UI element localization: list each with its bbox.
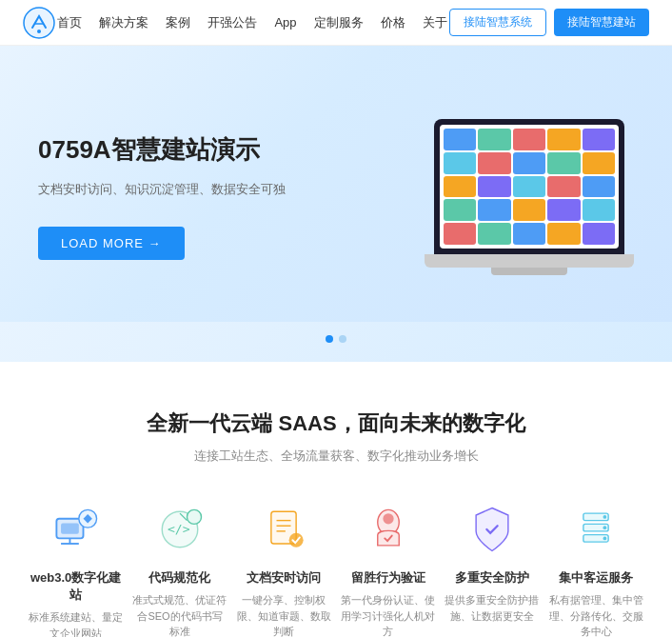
app-icon: [444, 129, 476, 150]
app-icon: [513, 199, 545, 221]
svg-point-18: [383, 513, 393, 524]
svg-rect-4: [61, 523, 79, 533]
app-icon: [478, 176, 510, 198]
app-icon: [547, 152, 580, 174]
feature-name-verify: 留胜行为验证: [351, 569, 425, 587]
app-icon: [444, 176, 476, 198]
logo[interactable]: [23, 7, 55, 39]
load-more-button[interactable]: LOAD MORE →: [38, 227, 185, 260]
verify-icon: [360, 501, 417, 558]
hero-dots: [0, 322, 672, 362]
app-icon: [583, 129, 615, 150]
laptop-screen: [434, 119, 624, 254]
app-icon: [513, 129, 545, 150]
feature-icon-web3: [46, 499, 107, 560]
svg-point-10: [187, 509, 201, 524]
navbar: 首页 解决方案 案例 开强公告 App 定制服务 价格 关于 接陆智慧系统 接陆…: [0, 0, 672, 46]
feature-desc-code: 准式式规范、优证符合SEO的代码书写标准: [132, 592, 227, 637]
app-icon: [583, 223, 615, 245]
hero-text: 0759A智慧建站演示 文档安时访问、知识沉淀管理、数据安全可独 LOAD MO…: [38, 134, 286, 260]
web3-icon: [48, 501, 105, 558]
laptop-stand: [491, 268, 567, 275]
app-icon: [478, 152, 510, 174]
code-icon: </>: [151, 501, 208, 558]
app-icon: [513, 223, 545, 245]
feature-desc-web3: 标准系统建站、量定文企业网站: [29, 609, 123, 637]
laptop-inner: [440, 125, 619, 249]
feature-web3: web3.0数字化建站 标准系统建站、量定文企业网站: [29, 499, 123, 637]
nav-buttons: 接陆智慧系统 接陆智慧建站: [449, 9, 649, 36]
app-icon: [478, 199, 510, 221]
system-btn[interactable]: 接陆智慧系统: [449, 9, 546, 36]
app-icon: [583, 152, 615, 174]
feature-name-code: 代码规范化: [148, 569, 210, 587]
feature-icon-service: [565, 499, 626, 560]
feature-icon-docs: [253, 499, 314, 560]
feature-desc-service: 私有据管理、集中管理、分路传化、交服务中心: [549, 592, 643, 637]
feature-desc-security: 提供多重安全防护措施、让数据更安全: [445, 592, 539, 624]
nav-price[interactable]: 价格: [381, 14, 405, 31]
logo-icon: [23, 7, 55, 39]
nav-app[interactable]: App: [274, 15, 296, 30]
dot-2[interactable]: [339, 335, 346, 343]
app-icon: [444, 152, 476, 174]
feature-name-service: 集中客运服务: [559, 569, 633, 587]
app-icon: [547, 223, 580, 245]
nav-home[interactable]: 首页: [57, 14, 82, 31]
svg-point-16: [289, 533, 304, 547]
app-icon: [478, 129, 510, 150]
hero-image: [425, 119, 634, 275]
svg-point-22: [603, 515, 607, 519]
app-icon: [547, 199, 580, 221]
feature-icon-security: [462, 499, 523, 560]
feature-code: </> 代码规范化 准式式规范、优证符合SEO的代码书写标准: [132, 499, 227, 637]
nav-about[interactable]: 关于: [423, 14, 447, 31]
app-icon: [513, 176, 545, 198]
saas-subtitle: 连接工站生态、全场流量获客、数字化推动业务增长: [29, 448, 643, 465]
hero-subtitle: 文档安时访问、知识沉淀管理、数据安全可独: [38, 180, 286, 200]
saas-title: 全新一代云端 SAAS，面向未来的数字化: [29, 409, 643, 438]
nav-links: 首页 解决方案 案例 开强公告 App 定制服务 价格 关于: [57, 14, 446, 31]
app-icon: [444, 199, 476, 221]
security-icon: [464, 501, 521, 558]
nav-custom[interactable]: 定制服务: [314, 14, 364, 31]
app-icon: [583, 199, 615, 221]
nav-announcement[interactable]: 开强公告: [208, 14, 257, 31]
app-icon: [583, 176, 615, 198]
app-icon: [444, 223, 476, 245]
hero-section: 0759A智慧建站演示 文档安时访问、知识沉淀管理、数据安全可独 LOAD MO…: [0, 46, 672, 322]
app-icon: [478, 223, 510, 245]
nav-solutions[interactable]: 解决方案: [99, 14, 148, 31]
feature-desc-verify: 第一代身份认证、使用学习计强化人机对方: [341, 592, 435, 637]
feature-desc-docs: 一键分享、控制权限、知道审题、数取判断: [237, 592, 331, 637]
saas-section: 全新一代云端 SAAS，面向未来的数字化 连接工站生态、全场流量获客、数字化推动…: [0, 362, 672, 637]
feature-name-web3: web3.0数字化建站: [29, 569, 123, 604]
docs-icon: [255, 501, 312, 558]
app-icon: [547, 176, 580, 198]
app-icon: [513, 152, 545, 174]
svg-text:</>: </>: [168, 522, 190, 536]
hero-title: 0759A智慧建站演示: [38, 134, 286, 167]
dot-1[interactable]: [326, 335, 333, 343]
features-grid: web3.0数字化建站 标准系统建站、量定文企业网站 </> 代码规范化 准式式…: [29, 499, 643, 637]
feature-verify: 留胜行为验证 第一代身份认证、使用学习计强化人机对方: [341, 499, 435, 637]
svg-point-24: [603, 537, 607, 541]
feature-icon-verify: [358, 499, 419, 560]
website-btn[interactable]: 接陆智慧建站: [554, 9, 649, 36]
feature-service: 集中客运服务 私有据管理、集中管理、分路传化、交服务中心: [549, 499, 643, 637]
svg-point-23: [603, 526, 607, 529]
feature-security: 多重安全防护 提供多重安全防护措施、让数据更安全: [445, 499, 539, 637]
feature-name-docs: 文档安时访问: [247, 569, 321, 587]
app-icon: [547, 129, 580, 150]
feature-docs: 文档安时访问 一键分享、控制权限、知道审题、数取判断: [237, 499, 331, 637]
service-icon: [567, 501, 624, 558]
laptop-mockup: [425, 119, 634, 275]
nav-cases[interactable]: 案例: [166, 14, 190, 31]
feature-icon-code: </>: [149, 499, 210, 560]
svg-point-1: [37, 30, 41, 33]
svg-point-0: [24, 8, 54, 38]
laptop-base: [425, 254, 634, 268]
feature-name-security: 多重安全防护: [455, 569, 529, 587]
